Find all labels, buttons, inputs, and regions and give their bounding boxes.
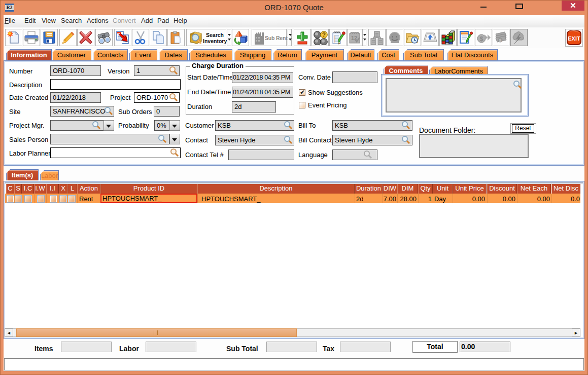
- svg-text:$: $: [480, 35, 483, 43]
- svg-text:EXIT: EXIT: [568, 35, 580, 42]
- svg-text:?: ?: [322, 31, 326, 39]
- svg-text:$: $: [499, 38, 501, 43]
